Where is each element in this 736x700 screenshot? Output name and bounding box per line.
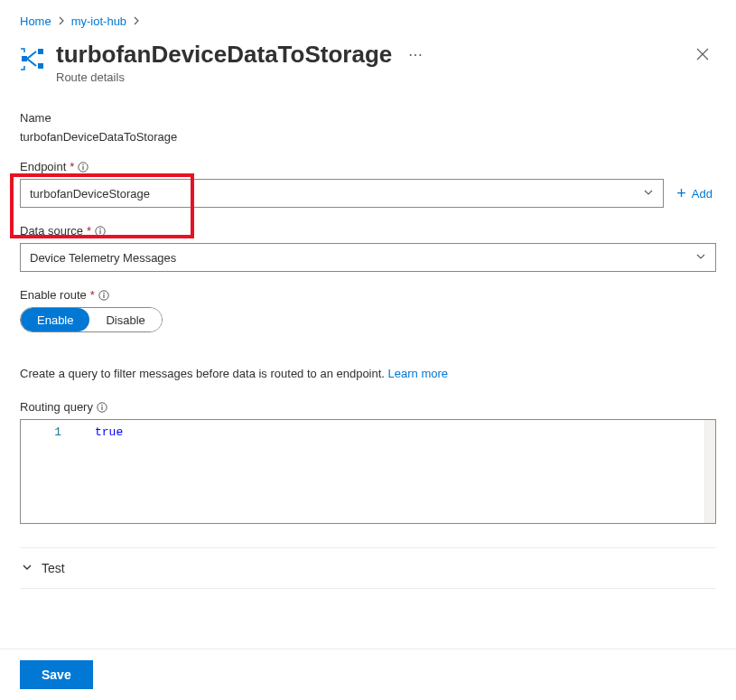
test-label: Test	[42, 561, 65, 575]
info-icon[interactable]	[78, 162, 89, 173]
svg-point-7	[99, 228, 101, 229]
required-indicator: *	[87, 224, 91, 238]
info-icon[interactable]	[98, 290, 109, 301]
name-value: turbofanDeviceDataToStorage	[20, 130, 716, 144]
chevron-down-icon	[643, 187, 654, 201]
data-source-select-value: Device Telemetry Messages	[30, 251, 176, 265]
enable-route-label: Enable route	[20, 288, 87, 302]
svg-rect-11	[103, 294, 104, 298]
routing-query-label: Routing query	[20, 400, 93, 414]
required-indicator: *	[70, 160, 74, 173]
route-resource-icon	[20, 46, 45, 71]
close-icon	[696, 48, 709, 61]
endpoint-field-group: Endpoint * turbofanDeviceStorage + Add	[20, 160, 716, 208]
endpoint-select-value: turbofanDeviceStorage	[30, 187, 150, 201]
endpoint-label: Endpoint	[20, 160, 66, 173]
svg-rect-1	[38, 49, 43, 54]
enable-route-field-group: Enable route * Enable Disable	[20, 288, 716, 332]
svg-point-13	[101, 404, 103, 406]
enable-option[interactable]: Enable	[21, 308, 89, 331]
page-subtitle: Route details	[56, 70, 678, 84]
divider	[20, 588, 716, 589]
chevron-down-icon	[695, 251, 706, 265]
more-actions-button[interactable]: ⋯	[405, 46, 427, 63]
routing-query-editor[interactable]: 1 true	[20, 419, 716, 524]
svg-rect-0	[22, 56, 27, 61]
info-icon[interactable]	[95, 226, 106, 237]
breadcrumb: Home my-iot-hub	[0, 0, 736, 28]
data-source-field-group: Data source * Device Telemetry Messages	[20, 224, 716, 272]
footer: Save	[0, 649, 736, 700]
close-button[interactable]	[689, 41, 716, 70]
routing-query-field-group: Routing query 1 true	[20, 400, 716, 524]
chevron-down-icon	[22, 561, 33, 575]
save-button[interactable]: Save	[20, 660, 93, 689]
endpoint-select[interactable]: turbofanDeviceStorage	[20, 179, 664, 208]
data-source-label: Data source	[20, 224, 83, 238]
svg-rect-8	[100, 230, 101, 234]
helper-text-content: Create a query to filter messages before…	[20, 367, 388, 380]
add-endpoint-label: Add	[692, 187, 713, 201]
breadcrumb-hub[interactable]: my-iot-hub	[71, 14, 126, 28]
code-token: true	[95, 425, 123, 439]
svg-rect-14	[101, 406, 102, 410]
chevron-right-icon	[132, 15, 141, 28]
name-label: Name	[20, 111, 51, 125]
test-section-toggle[interactable]: Test	[20, 548, 716, 588]
data-source-select[interactable]: Device Telemetry Messages	[20, 243, 716, 272]
breadcrumb-home[interactable]: Home	[20, 14, 51, 28]
chevron-right-icon	[57, 15, 66, 28]
svg-rect-5	[83, 166, 84, 170]
name-field-group: Name turbofanDeviceDataToStorage	[20, 111, 716, 144]
line-number: 1	[21, 425, 61, 439]
required-indicator: *	[90, 288, 95, 302]
page-title: turbofanDeviceDataToStorage	[56, 41, 392, 69]
plus-icon: +	[676, 185, 686, 201]
svg-point-4	[83, 163, 85, 165]
add-endpoint-button[interactable]: + Add	[673, 179, 716, 208]
routing-helper-text: Create a query to filter messages before…	[20, 367, 716, 380]
editor-content[interactable]: true	[70, 420, 704, 523]
svg-rect-2	[38, 63, 43, 69]
editor-scrollbar[interactable]	[704, 420, 715, 523]
learn-more-link[interactable]: Learn more	[388, 367, 448, 380]
page-header: turbofanDeviceDataToStorage ⋯ Route deta…	[0, 28, 736, 84]
info-icon[interactable]	[97, 402, 107, 413]
editor-gutter: 1	[21, 420, 70, 523]
svg-point-10	[103, 292, 105, 294]
enable-route-toggle: Enable Disable	[20, 307, 163, 332]
disable-option[interactable]: Disable	[89, 308, 161, 331]
